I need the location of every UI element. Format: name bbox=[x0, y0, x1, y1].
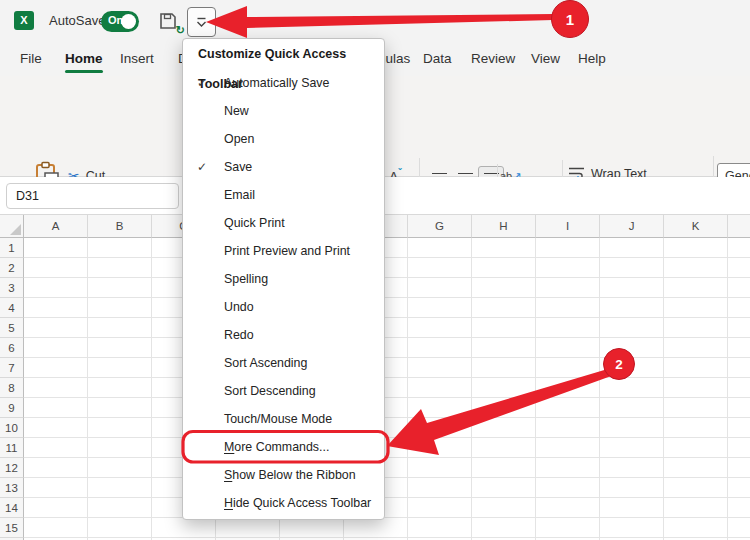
row-header-9[interactable]: 9 bbox=[0, 398, 24, 418]
menu-item-label: Undo bbox=[224, 293, 254, 321]
tab-review[interactable]: Review bbox=[469, 44, 517, 76]
caret-with-line-icon bbox=[196, 17, 207, 28]
menu-item-email[interactable]: Email bbox=[184, 181, 383, 209]
autosave-label: AutoSave bbox=[49, 13, 105, 28]
column-header-j[interactable]: J bbox=[600, 215, 664, 238]
checkmark-icon: ✓ bbox=[197, 153, 213, 181]
column-header-h[interactable]: H bbox=[472, 215, 536, 238]
row-header-14[interactable]: 14 bbox=[0, 498, 24, 518]
menu-item-sort-descending[interactable]: Sort Descending bbox=[184, 377, 383, 405]
row-header-8[interactable]: 8 bbox=[0, 378, 24, 398]
column-header-i[interactable]: I bbox=[536, 215, 600, 238]
save-button[interactable]: ↻ bbox=[158, 11, 182, 33]
menu-item-hide-quick-access-toolbar[interactable]: Hide Quick Access Toolbar bbox=[184, 489, 383, 517]
menu-item-sort-ascending[interactable]: Sort Ascending bbox=[184, 349, 383, 377]
customize-qat-button[interactable] bbox=[187, 7, 216, 37]
tab-insert[interactable]: Insert bbox=[118, 44, 156, 76]
row-header-3[interactable]: 3 bbox=[0, 278, 24, 298]
menu-item-redo[interactable]: Redo bbox=[184, 321, 383, 349]
autosave-toggle[interactable]: On bbox=[101, 11, 139, 32]
menu-item-quick-print[interactable]: Quick Print bbox=[184, 209, 383, 237]
menu-item-label: Automatically Save bbox=[224, 69, 329, 97]
menu-item-label: Sort Descending bbox=[224, 377, 316, 405]
menu-item-label: More Commands... bbox=[224, 433, 329, 461]
customize-qat-menu: Customize Quick Access Toolbar ✓Automati… bbox=[182, 38, 385, 520]
row-header-12[interactable]: 12 bbox=[0, 458, 24, 478]
menu-item-print-preview-and-print[interactable]: Print Preview and Print bbox=[184, 237, 383, 265]
menu-title: Customize Quick Access Toolbar bbox=[183, 39, 384, 67]
menu-item-label: Show Below the Ribbon bbox=[224, 461, 356, 489]
menu-item-new[interactable]: New bbox=[184, 97, 383, 125]
menu-item-label: Spelling bbox=[224, 265, 268, 293]
menu-item-automatically-save[interactable]: ✓Automatically Save bbox=[184, 69, 383, 97]
menu-item-label: Hide Quick Access Toolbar bbox=[224, 489, 371, 517]
row-header-7[interactable]: 7 bbox=[0, 358, 24, 378]
sheet-cells[interactable] bbox=[24, 238, 750, 540]
menu-item-open[interactable]: Open bbox=[184, 125, 383, 153]
menu-item-label: Save bbox=[224, 153, 252, 181]
row-header-4[interactable]: 4 bbox=[0, 298, 24, 318]
menu-item-label: Quick Print bbox=[224, 209, 285, 237]
select-all-corner[interactable] bbox=[0, 215, 24, 238]
checkmark-icon: ✓ bbox=[197, 69, 213, 97]
toggle-knob bbox=[121, 14, 136, 29]
row-header-6[interactable]: 6 bbox=[0, 338, 24, 358]
menu-item-save[interactable]: ✓Save bbox=[184, 153, 383, 181]
column-header-g[interactable]: G bbox=[408, 215, 472, 238]
excel-logo-icon[interactable]: X bbox=[14, 11, 34, 30]
menu-item-label: Open bbox=[224, 125, 254, 153]
menu-item-label: Sort Ascending bbox=[224, 349, 307, 377]
row-header-2[interactable]: 2 bbox=[0, 258, 24, 278]
menu-item-label: Redo bbox=[224, 321, 254, 349]
menu-item-spelling[interactable]: Spelling bbox=[184, 265, 383, 293]
column-header-k[interactable]: K bbox=[664, 215, 728, 238]
row-header-5[interactable]: 5 bbox=[0, 318, 24, 338]
menu-item-show-below-the-ribbon[interactable]: Show Below the Ribbon bbox=[184, 461, 383, 489]
name-box[interactable]: D31 bbox=[6, 183, 179, 209]
menu-item-label: Touch/Mouse Mode bbox=[224, 405, 332, 433]
row-header-10[interactable]: 10 bbox=[0, 418, 24, 438]
tab-view[interactable]: View bbox=[529, 44, 562, 76]
row-header-13[interactable]: 13 bbox=[0, 478, 24, 498]
tab-data[interactable]: Data bbox=[421, 44, 454, 76]
row-header-15[interactable]: 15 bbox=[0, 518, 24, 538]
row-header-1[interactable]: 1 bbox=[0, 238, 24, 258]
tab-file[interactable]: File bbox=[18, 44, 44, 76]
tab-home[interactable]: Home bbox=[63, 44, 105, 76]
row-header-11[interactable]: 11 bbox=[0, 438, 24, 458]
column-header-a[interactable]: A bbox=[24, 215, 88, 238]
menu-item-touch-mouse-mode[interactable]: Touch/Mouse Mode bbox=[184, 405, 383, 433]
menu-item-undo[interactable]: Undo bbox=[184, 293, 383, 321]
tab-help[interactable]: Help bbox=[576, 44, 608, 76]
menu-item-label: Print Preview and Print bbox=[224, 237, 350, 265]
column-header-l[interactable]: L bbox=[728, 215, 750, 238]
menu-item-label: Email bbox=[224, 181, 255, 209]
column-header-b[interactable]: B bbox=[88, 215, 152, 238]
menu-item-more-commands[interactable]: More Commands... bbox=[184, 433, 383, 461]
sync-arrows-icon: ↻ bbox=[176, 24, 185, 37]
menu-item-label: New bbox=[224, 97, 249, 125]
